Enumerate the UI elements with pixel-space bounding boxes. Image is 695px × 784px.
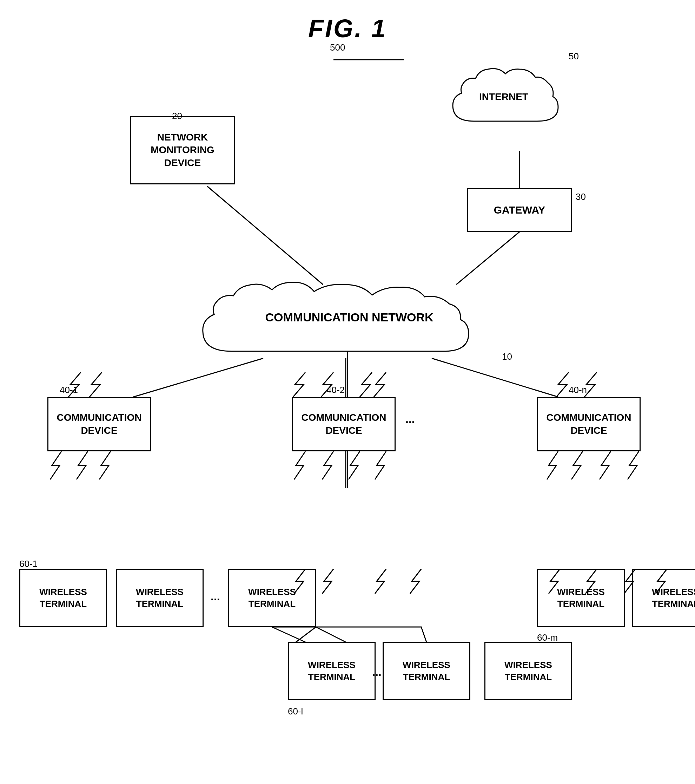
wireless-terminal-nb: WIRELESSTERMINAL xyxy=(632,569,695,627)
comm-network-ref: 10 xyxy=(502,351,512,362)
wireless-terminal-2b: WIRELESSTERMINAL xyxy=(288,642,376,700)
wt-60-l-ref: 60-l xyxy=(288,706,303,717)
comm-device-2-box: COMMUNICATION DEVICE xyxy=(292,397,396,451)
svg-line-10 xyxy=(432,358,558,397)
gateway-box: GATEWAY xyxy=(467,188,572,232)
comm-device-n-box: COMMUNICATION DEVICE xyxy=(537,397,641,451)
dots-wt-1: ... xyxy=(210,590,220,603)
wireless-terminal-1b: WIRELESSTERMINAL xyxy=(116,569,204,627)
network-monitor-box: NETWORK MONITORING DEVICE xyxy=(130,116,235,184)
wireless-terminal-2c: WIRELESSTERMINAL xyxy=(383,642,470,700)
system-500-label: 500 xyxy=(330,42,345,53)
wireless-terminal-1a: WIRELESSTERMINAL xyxy=(19,569,107,627)
wt-60-m-ref: 60-m xyxy=(537,632,558,643)
comm-device-1-ref: 40-1 xyxy=(60,385,78,395)
figure-title: FIG. 1 xyxy=(308,14,387,43)
network-monitor-ref: 20 xyxy=(172,110,182,122)
svg-text:COMMUNICATION NETWORK: COMMUNICATION NETWORK xyxy=(265,311,434,324)
wireless-terminal-2a: WIRELESSTERMINAL xyxy=(228,569,316,627)
dots-wt-2: ... xyxy=(372,665,381,679)
svg-line-2 xyxy=(207,186,323,285)
diagram-container: FIG. 1 500 INTERNET 50 GATEWAY 30 NETWOR… xyxy=(0,0,695,784)
internet-ref: 50 xyxy=(568,51,579,62)
comm-device-n-ref: 40-n xyxy=(568,385,587,395)
wireless-terminal-2d: WIRELESSTERMINAL xyxy=(485,642,572,700)
wt-60-1-ref: 60-1 xyxy=(19,558,38,569)
comm-network-cloud: COMMUNICATION NETWORK xyxy=(197,274,502,358)
svg-line-8 xyxy=(133,358,263,397)
svg-text:INTERNET: INTERNET xyxy=(479,91,528,102)
dots-comm-devices: ... xyxy=(406,413,415,426)
wireless-terminal-na: WIRELESSTERMINAL xyxy=(537,569,625,627)
comm-device-1-box: COMMUNICATION DEVICE xyxy=(48,397,151,451)
gateway-ref: 30 xyxy=(576,191,586,202)
internet-cloud: INTERNET xyxy=(446,54,562,135)
comm-device-2-ref: 40-2 xyxy=(327,385,345,395)
